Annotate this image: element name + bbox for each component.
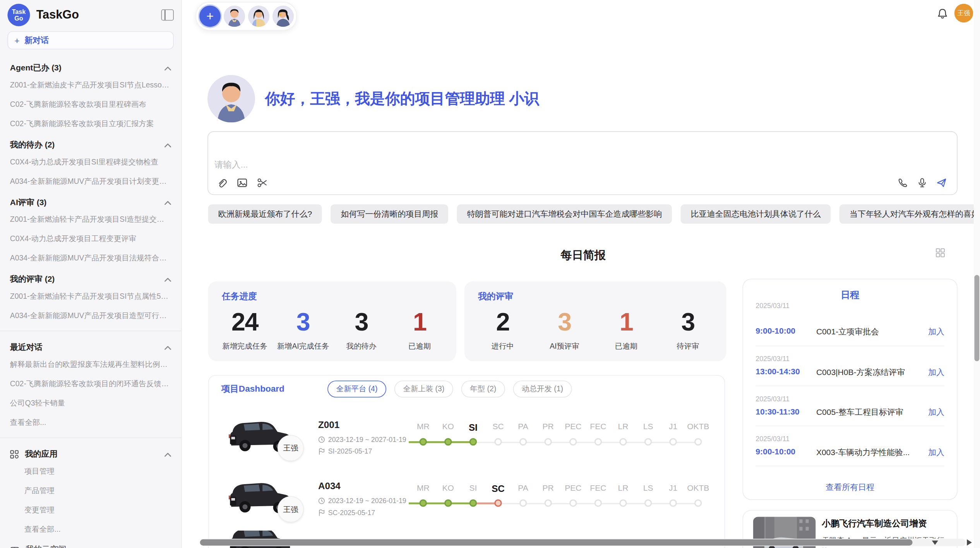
project-dates: 2023-12-19 ~ 2027-01-19: [318, 436, 406, 443]
suggestion-chip[interactable]: 欧洲新规最近颁布了什么?: [208, 204, 322, 224]
sidebar-item[interactable]: C02-飞腾新能源轻客改款项目里程碑画布: [0, 95, 181, 114]
milestone-dot-done[interactable]: [469, 438, 477, 445]
project-code[interactable]: Z001: [318, 420, 339, 430]
recent-view-all[interactable]: 查看全部...: [0, 413, 181, 432]
milestone-dot[interactable]: [595, 499, 602, 507]
attachment-icon[interactable]: [217, 178, 227, 188]
sidebar-item-cloud-space[interactable]: 我的云空间: [0, 539, 181, 548]
join-link[interactable]: 加入: [928, 407, 944, 418]
send-icon[interactable]: [936, 178, 947, 188]
milestone-dot[interactable]: [494, 438, 502, 445]
scroll-down-arrow[interactable]: [932, 541, 938, 545]
recent-chat-item[interactable]: 公司Q3轻卡销量: [0, 394, 181, 413]
sidebar-item[interactable]: Z001-全新燃油皮卡产品开发项目SI节点Lesson Learn报告: [0, 75, 181, 95]
suggestion-chip[interactable]: 当下年轻人对汽车外观有怎样的喜好趋势: [840, 204, 980, 224]
filter-tab-new-platform[interactable]: 全新平台 (4): [327, 380, 386, 397]
section-agent-done[interactable]: Agent已办 (3): [0, 57, 181, 75]
sidebar-item[interactable]: A034-全新新能源MUV产品开发项目法规符合性评审: [0, 249, 181, 268]
chevron-up-icon[interactable]: [164, 345, 171, 349]
chevron-up-icon[interactable]: [164, 66, 171, 70]
sidebar-item[interactable]: Z001-全新燃油轻卡产品开发项目SI节点属性5D文件评审: [0, 287, 181, 306]
sidebar-item[interactable]: A034-全新新能源MUV产品开发项目造型可行性评审: [0, 306, 181, 325]
add-agent-button[interactable]: +: [199, 6, 221, 27]
sidebar-item[interactable]: C02-飞腾新能源轻客改款项目立项汇报方案: [0, 115, 181, 134]
horizontal-scrollbar-thumb[interactable]: [200, 539, 913, 546]
recent-chat-item[interactable]: C02-飞腾新能源轻客改款项目的闭环通告反馈情况: [0, 374, 181, 394]
event-name[interactable]: C003|H0B-方案冻结评审: [816, 367, 905, 378]
section-ai-review[interactable]: AI评审 (3): [0, 191, 181, 210]
project-code[interactable]: A034: [318, 481, 341, 491]
milestone-dot[interactable]: [519, 438, 527, 445]
event-name[interactable]: C005-整车工程目标评审: [816, 407, 903, 418]
suggestion-chip[interactable]: 比亚迪全固态电池计划具体说了什么: [681, 204, 831, 224]
milestone-dot[interactable]: [519, 499, 527, 507]
milestone-dot[interactable]: [694, 499, 702, 507]
section-recent-chats[interactable]: 最近对话: [0, 336, 181, 355]
app-item-product-mgmt[interactable]: 产品管理: [0, 481, 181, 500]
filter-tab-powertrain[interactable]: 动总开发 (1): [513, 380, 572, 397]
view-all-schedule-link[interactable]: 查看所有日程: [743, 482, 957, 493]
filter-tab-new-body[interactable]: 全新上装 (3): [394, 380, 453, 397]
milestone-dot[interactable]: [569, 438, 577, 445]
recent-chat-item[interactable]: 解释最新出台的欧盟报废车法规再生塑料比例被调至15%...: [0, 355, 181, 374]
new-chat-button[interactable]: + 新对话: [7, 31, 174, 50]
milestone-dot-done[interactable]: [469, 499, 477, 507]
join-link[interactable]: 加入: [928, 326, 944, 337]
agent-avatar-2[interactable]: [248, 6, 269, 27]
milestone-dot[interactable]: [569, 499, 577, 507]
milestone-dot-alert[interactable]: [494, 499, 502, 507]
sidebar-item[interactable]: Z001-全新燃油轻卡产品开发项目SI造型提交物评审: [0, 210, 181, 229]
milestone-dot-done[interactable]: [420, 438, 427, 445]
join-link[interactable]: 加入: [928, 447, 944, 458]
chevron-up-icon[interactable]: [164, 143, 171, 147]
filter-tab-year-model[interactable]: 年型 (2): [461, 380, 505, 397]
agent-avatar-3[interactable]: [272, 6, 294, 27]
section-my-apps[interactable]: 我的应用: [0, 443, 181, 462]
sidebar-item[interactable]: A034-全新新能源MUV产品开发项目计划变更表编写: [0, 172, 181, 191]
milestone-dot[interactable]: [669, 499, 677, 507]
milestone-dot[interactable]: [595, 438, 602, 445]
event-date: 2025/03/11: [756, 395, 790, 402]
milestone-dot[interactable]: [669, 438, 677, 445]
divider: [756, 426, 944, 426]
agent-avatar-1[interactable]: [224, 6, 245, 27]
chevron-up-icon[interactable]: [164, 200, 171, 205]
sidebar-collapse-icon[interactable]: [161, 9, 174, 21]
milestone-dot[interactable]: [619, 499, 627, 507]
image-icon[interactable]: [237, 178, 247, 188]
horizontal-scrollbar[interactable]: [200, 539, 966, 546]
message-input[interactable]: [211, 133, 906, 197]
chevron-up-icon[interactable]: [164, 452, 171, 456]
scroll-right-arrow[interactable]: [967, 539, 972, 546]
milestone-dot-done[interactable]: [420, 499, 427, 507]
milestone-dot[interactable]: [694, 438, 702, 445]
sidebar-item[interactable]: C0X4-动力总成开发项目SI里程碑提交物检查: [0, 152, 181, 172]
event-name[interactable]: X003-车辆动力学性能验...: [816, 447, 910, 458]
vertical-scrollbar-thumb[interactable]: [974, 275, 979, 361]
layout-grid-icon[interactable]: [935, 248, 945, 257]
milestone-dot[interactable]: [619, 438, 627, 445]
join-link[interactable]: 加入: [928, 367, 944, 378]
app-item-change-mgmt[interactable]: 变更管理: [0, 500, 181, 520]
milestone-dot[interactable]: [644, 438, 652, 445]
milestone-dot[interactable]: [544, 499, 552, 507]
microphone-icon[interactable]: [917, 178, 927, 188]
milestone-dot-done[interactable]: [444, 499, 452, 507]
section-my-todo[interactable]: 我的待办 (2): [0, 134, 181, 152]
vertical-scrollbar[interactable]: [974, 0, 980, 548]
milestone-dot[interactable]: [644, 499, 652, 507]
section-my-review[interactable]: 我的评审 (2): [0, 268, 181, 287]
milestone-dot[interactable]: [544, 438, 552, 445]
suggestion-chip[interactable]: 如何写一份清晰的项目周报: [331, 204, 449, 224]
phone-call-icon[interactable]: [898, 178, 908, 188]
notification-bell-icon[interactable]: [937, 8, 948, 19]
scissors-icon[interactable]: [257, 178, 267, 188]
suggestion-chip[interactable]: 特朗普可能对进口汽车增税会对中国车企造成哪些影响: [457, 204, 672, 224]
chevron-up-icon[interactable]: [164, 277, 171, 281]
sidebar-item[interactable]: C0X4-动力总成开发项目工程变更评审: [0, 229, 181, 249]
user-avatar[interactable]: 王强: [954, 4, 973, 22]
apps-view-all[interactable]: 查看全部...: [0, 520, 181, 539]
event-name[interactable]: C001-立项审批会: [816, 326, 879, 337]
milestone-dot-done[interactable]: [444, 438, 452, 445]
app-item-project-mgmt[interactable]: 项目管理: [0, 462, 181, 481]
